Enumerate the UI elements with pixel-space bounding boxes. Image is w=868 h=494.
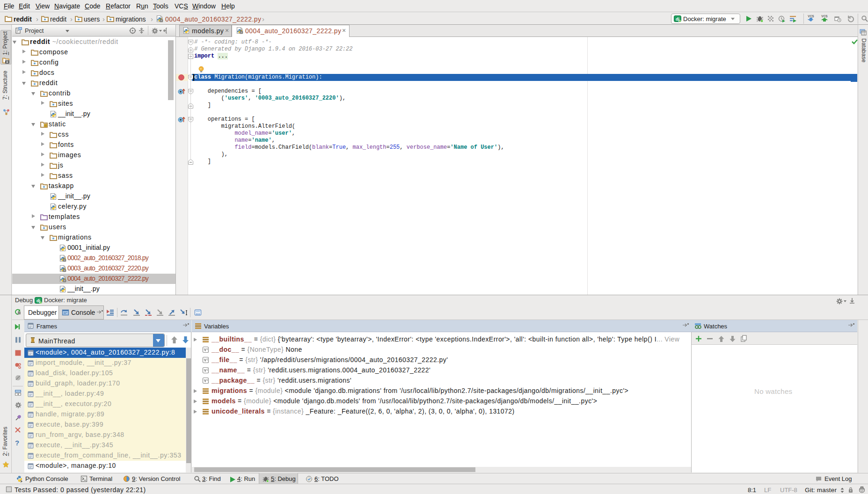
svg-text:dj: dj: [36, 298, 40, 303]
svg-text:dj: dj: [676, 17, 679, 22]
svg-text:VCS: VCS: [808, 15, 814, 18]
svg-text:VCS: VCS: [821, 15, 828, 18]
